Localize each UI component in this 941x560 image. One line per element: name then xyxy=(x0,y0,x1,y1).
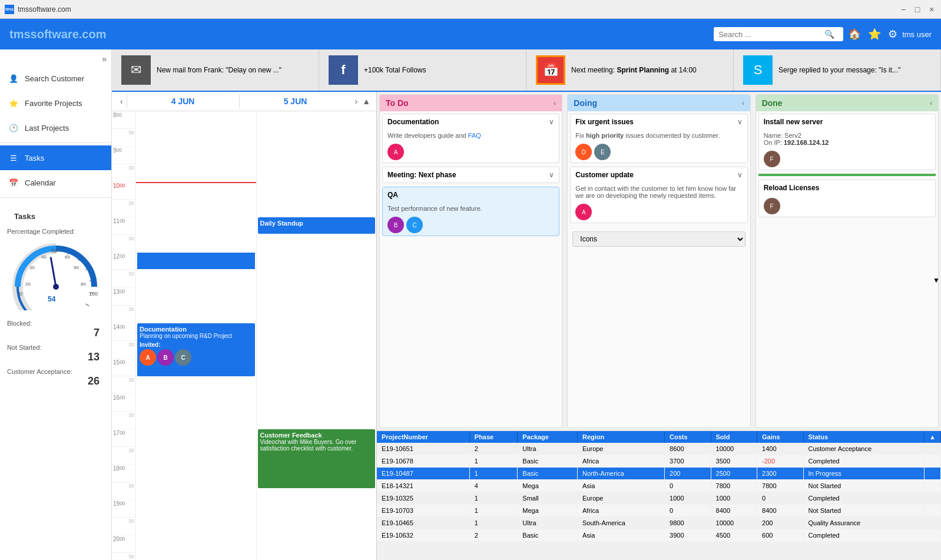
sidebar-item-calendar[interactable]: 📅 Calendar xyxy=(0,170,111,195)
sidebar-toggle[interactable]: » xyxy=(0,52,111,66)
install-server-body: Name: Serv2 On IP: 192.168.124.12 xyxy=(759,130,935,148)
time-slot: 1000 xyxy=(112,182,135,200)
fix-urgent-title: Fix urgent issues xyxy=(575,118,634,126)
time-slot: 1300 xyxy=(112,288,135,306)
header-search-box[interactable]: 🔍 xyxy=(714,27,843,41)
table-cell: 0 xyxy=(665,505,711,517)
home-icon[interactable]: 🏠 xyxy=(848,28,861,41)
qa-title: QA xyxy=(387,191,398,199)
table-cell: 1 xyxy=(469,517,518,529)
table-cell: 600 xyxy=(757,529,803,542)
todo-collapse-button[interactable]: ‹ xyxy=(554,99,556,107)
table-row[interactable]: E19-104871BasicNorth-America20025002300I… xyxy=(377,468,941,480)
main-layout: » 👤 Search Customer ⭐ Favorite Projects … xyxy=(0,49,941,560)
svg-text:30: 30 xyxy=(29,265,35,270)
doing-collapse-button[interactable]: ‹ xyxy=(742,99,744,107)
close-button[interactable]: × xyxy=(927,5,936,14)
search-input[interactable] xyxy=(718,30,824,39)
table-row[interactable]: E19-106781BasicAfrica37003500-200Complet… xyxy=(377,455,941,468)
notif-skype[interactable]: S Serge replied to your message: "Is it.… xyxy=(734,49,941,91)
doc-title: Documentation xyxy=(387,118,439,126)
svg-text:90: 90 xyxy=(74,265,79,270)
cal-prev-button[interactable]: ‹ xyxy=(117,95,127,107)
stat-label-notstarted: Not Started: xyxy=(7,344,104,351)
kanban-card-customer-update: Customer update ∨ Get in contact with th… xyxy=(570,167,747,223)
table-row[interactable]: E19-106512UltraEurope8600100001400Custom… xyxy=(377,443,941,455)
notif-facebook[interactable]: f +100k Total Follows xyxy=(319,49,526,91)
meeting-card-header: Meeting: Next phase ∨ xyxy=(383,167,559,183)
time-slot-half: 30 xyxy=(112,412,135,429)
table-cell: 2500 xyxy=(711,468,757,480)
kanban-header-doing: Doing ‹ xyxy=(568,95,750,111)
doc-expand-button[interactable]: ∨ xyxy=(549,118,554,126)
minimize-button[interactable]: − xyxy=(899,5,908,14)
cal-scroll-up[interactable]: ▲ xyxy=(361,95,372,107)
right-panel: To Do ‹ Documentation ∨ xyxy=(377,92,941,560)
current-time-line xyxy=(136,182,256,183)
table-cell: 200 xyxy=(665,468,711,480)
sidebar-label-tasks: Tasks xyxy=(25,154,44,163)
fix-avatar-1: D xyxy=(575,144,592,160)
notif-mail[interactable]: ✉ New mail from Frank: "Delay on new ...… xyxy=(112,49,319,91)
table-cell: Completed xyxy=(803,529,925,542)
table-row[interactable]: E19-103251SmallEurope100010000Completed xyxy=(377,492,941,505)
table-row[interactable]: E19-106322BasicAsia39004500600Completed xyxy=(377,529,941,542)
time-slot-half: 30 xyxy=(112,129,135,147)
svg-line-12 xyxy=(51,258,56,287)
cal-event-sprint[interactable]: Documentation Planning on upcoming R&D P… xyxy=(137,323,255,376)
cal-event-feedback[interactable]: Customer Feedback Videochat with Mike Bu… xyxy=(258,429,376,488)
data-table: ProjectNumber Phase Package Region Costs… xyxy=(377,431,941,542)
search-icon[interactable]: 🔍 xyxy=(824,29,834,39)
done-collapse-button[interactable]: ‹ xyxy=(930,99,932,107)
cal-day-2: Daily Standup Customer Feedback Videocha… xyxy=(256,111,377,560)
qa-avatar-1: B xyxy=(387,217,404,233)
cal-dates: 4 JUN 5 JUN xyxy=(127,94,352,108)
table-cell: Completed xyxy=(803,455,925,468)
col-scroll[interactable]: ▲ xyxy=(925,431,941,443)
meeting-expand-button[interactable]: ∨ xyxy=(549,171,554,179)
sidebar-item-favorite-projects[interactable]: ⭐ Favorite Projects xyxy=(0,91,111,115)
sidebar-item-tasks[interactable]: ☰ Tasks xyxy=(0,145,111,170)
table-cell: E19-10651 xyxy=(377,443,469,455)
sidebar-item-last-projects[interactable]: 🕐 Last Projects xyxy=(0,115,111,140)
table-header-row: ProjectNumber Phase Package Region Costs… xyxy=(377,431,941,443)
table-row[interactable]: E19-104651UltraSouth-America980010000200… xyxy=(377,517,941,529)
stat-label-pct: Percentage Completed: xyxy=(7,228,104,235)
table-cell: 8600 xyxy=(665,443,711,455)
table-row[interactable]: E19-107031MegaAfrica084008400Not Started xyxy=(377,505,941,517)
maximize-button[interactable]: □ xyxy=(913,5,922,14)
favicon: tms xyxy=(5,5,14,14)
col-status: Status xyxy=(803,431,925,443)
content-area: ✉ New mail from Frank: "Delay on new ...… xyxy=(112,49,941,560)
doing-title: Doing xyxy=(574,98,597,108)
col-region: Region xyxy=(578,431,665,443)
faq-link[interactable]: FAQ xyxy=(468,132,481,139)
table-cell: 4500 xyxy=(711,529,757,542)
reload-avatar: F xyxy=(764,198,780,214)
notif-calendar[interactable]: 📅 Next meeting: Sprint Planning at 14:00 xyxy=(526,49,734,91)
doc-card-body: Write developers guide and FAQ xyxy=(383,130,559,141)
update-expand-button[interactable]: ∨ xyxy=(737,171,743,179)
customer-update-header: Customer update ∨ xyxy=(571,167,747,183)
gear-icon[interactable]: ⚙ xyxy=(888,28,897,41)
table-row[interactable]: E18-143214MegaAsia078007800Not Started xyxy=(377,480,941,492)
time-slot-half: 30 xyxy=(112,518,135,535)
icons-dropdown[interactable]: Icons xyxy=(572,231,745,247)
cal-day-1: Documentation Planning on upcoming R&D P… xyxy=(135,111,256,560)
table-cell-spacer xyxy=(925,468,941,480)
reload-body: F xyxy=(759,195,935,217)
icons-dropdown-container: Icons xyxy=(570,227,747,251)
table-cell: Basic xyxy=(518,529,578,542)
table-cell: E19-10703 xyxy=(377,505,469,517)
table-header: ProjectNumber Phase Package Region Costs… xyxy=(377,431,941,443)
sidebar-item-search-customer[interactable]: 👤 Search Customer xyxy=(0,66,111,91)
fix-expand-button[interactable]: ∨ xyxy=(737,118,743,126)
cal-event-standup[interactable]: Daily Standup xyxy=(258,217,376,234)
notif-mail-text: New mail from Frank: "Delay on new ..." xyxy=(157,66,281,74)
calendar-notif-icon: 📅 xyxy=(536,55,565,85)
cal-next-button[interactable]: › xyxy=(351,95,361,107)
table-cell: In Progress xyxy=(803,468,925,480)
time-slot: 800 xyxy=(112,111,135,129)
svg-text:100: 100 xyxy=(89,291,98,297)
star-icon[interactable]: ⭐ xyxy=(868,28,881,41)
